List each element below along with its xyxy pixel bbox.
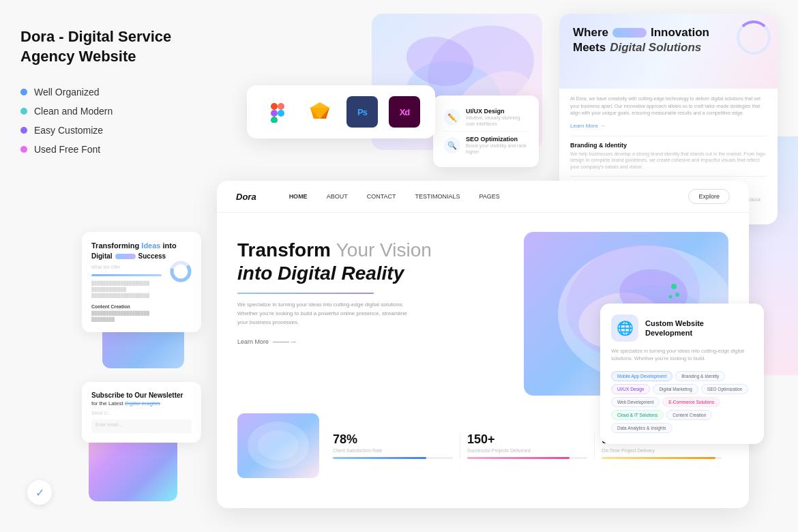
- stat-150-label: Successful Projects Delivered: [467, 448, 587, 453]
- hero-para: We specialize in turning your ideas into…: [237, 301, 415, 327]
- tag-data-analytics: Data Analytics & Insights: [611, 423, 673, 433]
- newsletter-input[interactable]: Enter email...: [91, 419, 192, 433]
- newsletter-title: Subscribe to Our Newsletter: [91, 391, 192, 399]
- svg-rect-10: [271, 117, 278, 123]
- tr-meets: Meets: [573, 41, 606, 55]
- divider: [570, 136, 767, 136]
- sp-uiux-desc: Intuitive, visually stunning user interf…: [466, 115, 528, 127]
- stat-150: 150+ Successful Projects Delivered: [460, 432, 595, 459]
- stat-150-bar: [467, 457, 587, 459]
- stat-78: 78% Client Satisfaction Rate: [326, 432, 460, 459]
- transforming-card: Transforming Ideas into Digital Success …: [82, 232, 201, 332]
- tag-branding: Branding & Identity: [675, 371, 725, 381]
- stat-95-label: On-Time Project Delivery: [602, 448, 722, 453]
- xd-icon: Xd: [389, 96, 420, 128]
- hero-learn-more[interactable]: Learn More ——→: [237, 337, 510, 346]
- svg-rect-7: [271, 110, 278, 117]
- newsletter-card: Subscribe to Our Newsletter for the Late…: [82, 382, 201, 443]
- feature-item-3: Easy Customize: [20, 125, 211, 136]
- cwd-para: We specialize in turning your ideas into…: [611, 347, 753, 363]
- page-title: Dora - Digital Service Agency Website: [20, 27, 211, 66]
- stat-78-fill: [333, 457, 426, 459]
- cwd-title: Custom Website Development: [645, 319, 753, 338]
- tag-seo: SEO Optimization: [701, 384, 749, 394]
- stat-150-fill: [467, 457, 570, 459]
- transforming-title: Transforming Ideas into: [91, 241, 192, 250]
- cwd-tags: Mobile App Development Branding & Identi…: [611, 371, 753, 433]
- feature-label-4: Used Free Font: [34, 144, 100, 155]
- dot-icon-1: [20, 89, 27, 95]
- stat-95-fill: [602, 457, 715, 459]
- arrow-icon: ——→: [273, 337, 297, 346]
- tr-title: Where Innovation: [573, 26, 764, 40]
- tag-ecommerce: E-Commerce Solutions: [662, 397, 720, 407]
- uiux-icon: ✏️: [444, 109, 460, 125]
- svg-rect-6: [271, 103, 278, 110]
- newsletter-for: for the Latest Digital Insights: [91, 400, 192, 407]
- success-label: Success: [138, 252, 166, 260]
- sketch-icon: [304, 96, 336, 128]
- learn-more-text: Learn More: [237, 338, 269, 345]
- left-panel: Dora - Digital Service Agency Website We…: [20, 27, 211, 155]
- progress-bar: [91, 274, 162, 276]
- dot-icon-2: [20, 108, 27, 115]
- photoshop-icon: Ps: [346, 96, 378, 128]
- nav-pages[interactable]: PAGES: [479, 193, 500, 200]
- feature-list: Well Organized Clean and Modern Easy Cus…: [20, 87, 211, 155]
- check-icon: ✓: [35, 486, 44, 499]
- sp-seo-desc: Boost your visibility and rank higher: [466, 143, 528, 155]
- tr-service1-title: Branding & Identity: [570, 142, 767, 149]
- nav-explore-button[interactable]: Explore: [688, 189, 730, 204]
- tr-title-line2: Meets Digital Solutions: [573, 41, 764, 55]
- hero-heading-normal: Transform: [237, 239, 336, 261]
- nav-about[interactable]: ABOUT: [327, 193, 348, 200]
- tag-web-dev: Web Development: [611, 397, 660, 407]
- tag-content: Content Creation: [666, 410, 712, 420]
- tr-digital-solutions: Digital Solutions: [610, 41, 701, 55]
- checkmark-button[interactable]: ✓: [27, 480, 52, 505]
- tag-uiux: UI/UX Design: [611, 384, 650, 394]
- dot-icon-3: [20, 127, 27, 134]
- svg-point-21: [671, 284, 677, 289]
- digital-label: Digital: [91, 252, 113, 260]
- sp-item-seo: 🔍 SEO Optimization Boost your visibility…: [444, 132, 528, 159]
- sp-uiux-content: UI/UX Design Intuitive, visually stunnin…: [466, 108, 528, 127]
- content-creation-label: Content Creation: [91, 304, 192, 309]
- tr-header: Where Innovation Meets Digital Solutions: [559, 14, 778, 89]
- hero-heading-italic: into Digital Reality: [237, 263, 404, 284]
- hero-heading-your-vision: Your Vision: [336, 239, 432, 261]
- dot-icon-4: [20, 146, 27, 153]
- seo-icon: 🔍: [444, 137, 460, 153]
- sp-uiux-title: UI/UX Design: [466, 108, 528, 115]
- stat-78-number: 78%: [333, 432, 453, 447]
- stat-image: [237, 413, 319, 478]
- stat-150-number: 150+: [467, 432, 587, 447]
- preview-nav: Dora HOME ABOUT CONTACT TESTIMONIALS PAG…: [217, 181, 749, 213]
- tr-title-innovation: Innovation: [651, 26, 709, 40]
- wave-decoration: [115, 254, 136, 259]
- feature-label-3: Easy Customize: [34, 125, 103, 136]
- tr-body-text: At Dora, we have creativity with cutting…: [570, 95, 767, 117]
- nav-home[interactable]: HOME: [289, 193, 308, 200]
- svg-point-23: [669, 295, 673, 299]
- tr-title-where: Where: [573, 26, 608, 40]
- stat-95-bar: [602, 457, 722, 459]
- tr-service-branding: Branding & Identity We help businesses d…: [570, 142, 767, 171]
- donut-chart: [168, 259, 193, 286]
- tr-learn-more[interactable]: Learn More →: [570, 123, 767, 129]
- hero-underline: [237, 293, 374, 294]
- stat-78-bar: [333, 457, 453, 459]
- feature-item-4: Used Free Font: [20, 144, 211, 155]
- feature-label-2: Clean and Modern: [34, 106, 113, 117]
- globe-icon: 🌐: [611, 314, 638, 342]
- nav-contact[interactable]: CONTACT: [367, 193, 396, 200]
- nav-testimonials[interactable]: TESTIMONIALS: [415, 193, 460, 200]
- cwd-header: 🌐 Custom Website Development: [611, 314, 753, 342]
- nav-logo: Dora: [236, 192, 256, 202]
- sp-seo-title: SEO Optimization: [466, 136, 528, 143]
- services-popup: ✏️ UI/UX Design Intuitive, visually stun…: [433, 95, 539, 167]
- sp-item-uiux: ✏️ UI/UX Design Intuitive, visually stun…: [444, 104, 528, 132]
- svg-rect-8: [278, 103, 284, 110]
- hero-heading: Transform Your Vision into Digital Reali…: [237, 239, 510, 284]
- tag-digital-marketing: Digital Marketing: [653, 384, 698, 394]
